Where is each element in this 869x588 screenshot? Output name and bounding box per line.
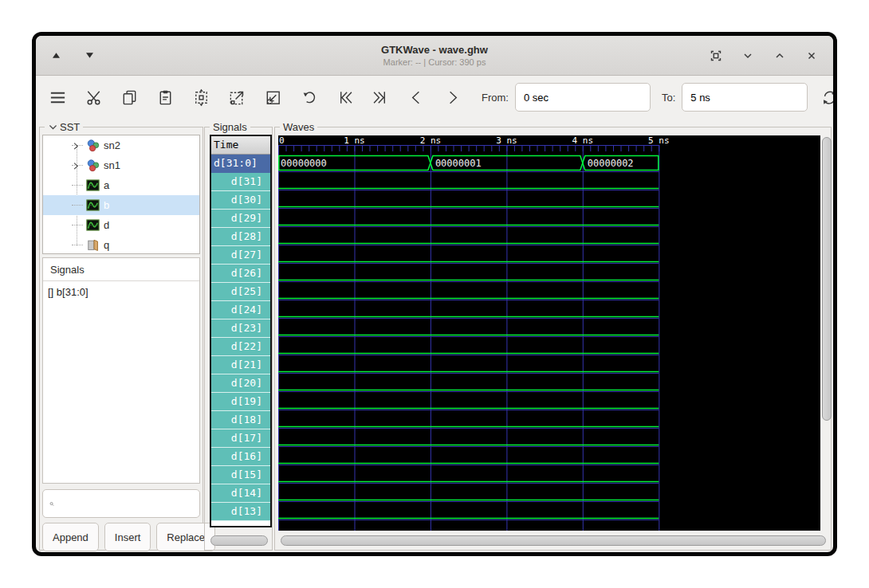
tree-item-d[interactable]: d	[43, 215, 199, 235]
signal-row[interactable]: d[16]	[211, 448, 270, 466]
sst-tree: sn2 sn1 a b d q	[42, 135, 200, 254]
menu-button[interactable]	[46, 85, 69, 109]
signal-name-list: Timed[31:0]d[31]d[30]d[29]d[28]d[27]d[26…	[210, 135, 272, 527]
tree-branch-line	[72, 205, 83, 206]
signal-row-bus-selected[interactable]: d[31:0]	[211, 155, 270, 173]
signal-row[interactable]: d[14]	[211, 484, 270, 503]
tree-branch-line	[72, 245, 83, 245]
time-header[interactable]: Time	[211, 136, 270, 155]
zoom-in-icon	[228, 88, 246, 107]
zoom-out-icon	[264, 88, 282, 107]
expander-icon[interactable]	[69, 159, 82, 172]
toolbar: From: To:	[36, 76, 833, 119]
scrollbar-thumb[interactable]	[210, 535, 268, 546]
undo-button[interactable]	[297, 85, 320, 109]
svg-text:00000000: 00000000	[281, 158, 327, 169]
signal-list-hscrollbar[interactable]	[210, 535, 269, 546]
signal-row[interactable]: d[24]	[211, 301, 270, 319]
signals-frame-label: Signals	[210, 121, 250, 133]
go-to-end-button[interactable]	[369, 85, 391, 109]
signal-row[interactable]: d[13]	[211, 503, 270, 521]
signal-row[interactable]: d[29]	[211, 210, 270, 228]
go-to-end-icon	[372, 88, 390, 107]
next-edge-button[interactable]	[441, 85, 463, 109]
signal-row[interactable]: d[25]	[211, 283, 270, 301]
append-button[interactable]: Append	[42, 523, 99, 551]
zoom-in-button[interactable]	[226, 85, 248, 109]
svg-text:1 ns: 1 ns	[344, 135, 365, 146]
shift-traces-up-button[interactable]	[47, 47, 65, 65]
signal-icon	[86, 178, 100, 192]
port-icon	[86, 238, 100, 252]
prev-edge-button[interactable]	[405, 85, 427, 109]
search-input[interactable]	[59, 490, 199, 517]
signal-search-field[interactable]	[42, 489, 200, 518]
signal-row[interactable]: d[27]	[211, 246, 270, 265]
sst-frame-label[interactable]: SST	[45, 121, 83, 133]
scrollbar-thumb[interactable]	[281, 535, 826, 546]
signal-row[interactable]: d[26]	[211, 265, 270, 283]
signal-row[interactable]: d[22]	[211, 338, 270, 356]
minimize-button[interactable]	[739, 47, 757, 65]
signal-row[interactable]: d[28]	[211, 228, 270, 246]
signal-icon	[86, 218, 100, 232]
gtkwave-window: GTKWave - wave.ghw Marker: -- | Cursor: …	[32, 32, 837, 556]
close-button[interactable]	[803, 47, 820, 65]
insert-button[interactable]: Insert	[104, 523, 151, 551]
signal-row[interactable]: d[15]	[211, 466, 270, 484]
waves-panel: Waves 01 ns2 ns3 ns4 ns5 ns0000000000000…	[274, 127, 832, 551]
tree-item-sn2[interactable]: sn2	[43, 135, 199, 155]
zoom-fit-button[interactable]	[190, 85, 212, 109]
cut-button[interactable]	[82, 85, 104, 109]
signal-row[interactable]: d[23]	[211, 319, 270, 338]
tree-item-sn1[interactable]: sn1	[43, 155, 199, 175]
scrollbar-thumb[interactable]	[822, 137, 832, 421]
waveform-canvas[interactable]: 01 ns2 ns3 ns4 ns5 ns0000000000000001000…	[278, 135, 820, 531]
svg-text:2 ns: 2 ns	[420, 135, 442, 146]
to-time-input[interactable]	[682, 83, 808, 112]
signal-row[interactable]: d[18]	[211, 411, 270, 429]
svg-text:00000001: 00000001	[435, 158, 482, 169]
signal-row[interactable]: d[31]	[211, 173, 270, 191]
tile-button[interactable]	[707, 47, 725, 65]
from-time-input[interactable]	[515, 83, 651, 112]
shift-traces-down-button[interactable]	[81, 47, 98, 65]
paste-icon	[156, 88, 175, 107]
zoom-fit-icon	[192, 88, 210, 107]
reload-button[interactable]	[820, 85, 837, 109]
copy-button[interactable]	[118, 85, 140, 109]
from-label: From:	[482, 92, 509, 104]
signal-row[interactable]: d[30]	[211, 191, 270, 210]
tree-item-label: q	[104, 239, 109, 251]
signal-row[interactable]: d[21]	[211, 356, 270, 374]
module-icon	[86, 139, 100, 152]
prev-edge-icon	[407, 88, 426, 107]
next-edge-icon	[443, 88, 462, 107]
tree-item-label: sn2	[104, 139, 120, 151]
signal-row[interactable]: d[17]	[211, 429, 270, 448]
waves-vscrollbar[interactable]	[822, 137, 832, 531]
shift-traces-up-icon	[50, 49, 62, 61]
paste-button[interactable]	[154, 85, 176, 109]
signals-list-header: Signals	[43, 258, 199, 281]
signal-row[interactable]: d[20]	[211, 374, 270, 393]
waves-hscrollbar[interactable]	[281, 535, 828, 546]
tile-icon	[710, 49, 722, 62]
tree-item-a[interactable]: a	[43, 175, 199, 195]
zoom-out-button[interactable]	[261, 85, 284, 109]
tree-item-b[interactable]: b	[43, 195, 199, 215]
svg-text:4 ns: 4 ns	[572, 135, 594, 146]
tree-branch-line	[72, 185, 83, 186]
signals-list-item[interactable]: [] b[31:0]	[43, 281, 199, 298]
go-to-start-icon	[336, 88, 354, 107]
signal-action-buttons: AppendInsertReplace	[42, 523, 202, 551]
expander-icon[interactable]	[69, 139, 82, 152]
signal-icon	[86, 198, 100, 212]
maximize-icon	[773, 49, 786, 62]
minimize-icon	[741, 49, 754, 62]
svg-text:00000002: 00000002	[588, 158, 634, 169]
tree-item-q[interactable]: q	[43, 235, 199, 254]
maximize-button[interactable]	[771, 47, 788, 65]
go-to-start-button[interactable]	[333, 85, 356, 109]
signal-row[interactable]: d[19]	[211, 393, 270, 411]
